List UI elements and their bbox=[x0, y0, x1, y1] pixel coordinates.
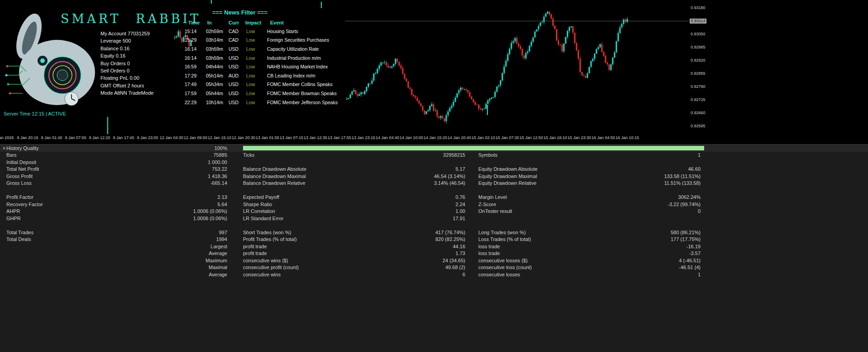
news-impact: Low bbox=[243, 73, 264, 78]
results-value: 1 418.36 bbox=[142, 174, 227, 179]
results-value: 1.73 bbox=[376, 251, 465, 256]
news-filter-rows: 15:1402h59mCADLowHousing Starts15:2903h1… bbox=[183, 27, 333, 106]
results-row: Largestprofit trade44.16loss trade-16.19 bbox=[0, 243, 868, 250]
news-column-header: Impact bbox=[243, 20, 264, 25]
results-label: Profit Factor bbox=[6, 194, 142, 200]
results-value: -665.14 bbox=[142, 180, 227, 186]
results-label: Equity Drawdown Maximal bbox=[465, 174, 610, 179]
results-row: Maximumconsecutive wins ($)24 (34.65)con… bbox=[0, 257, 868, 264]
news-filter-panel: === News Filter === TimeInCurrImpactEven… bbox=[183, 9, 333, 106]
results-label: consecutive loss (count) bbox=[465, 265, 610, 270]
results-label: Long Trades (won %) bbox=[465, 230, 610, 235]
news-time: 17:59 bbox=[183, 91, 204, 96]
time-axis-label: 15 Jan 18:10 bbox=[544, 135, 567, 140]
results-label: Gross Profit bbox=[6, 174, 142, 179]
time-axis-label: 14 Jan 10:00 bbox=[400, 135, 423, 140]
chart-artifact bbox=[211, 0, 212, 4]
results-label: LR Standard Error bbox=[227, 216, 376, 221]
price-axis-label: 0.92595 bbox=[691, 124, 706, 128]
results-value: 5.17 bbox=[376, 166, 465, 172]
account-info-line: My Account 77031259 bbox=[100, 30, 153, 37]
results-value: 24 (34.65) bbox=[376, 258, 465, 263]
price-axis-label: 0.92920 bbox=[691, 58, 706, 63]
results-value: 133.58 (11.51%) bbox=[610, 174, 701, 179]
results-value: 44.16 bbox=[376, 244, 465, 249]
results-value: 0.76 bbox=[376, 194, 465, 200]
price-axis-label: 0.92660 bbox=[691, 111, 706, 115]
news-countdown: 03h14m bbox=[204, 37, 226, 43]
news-impact: Low bbox=[243, 29, 264, 34]
time-axis-label: 16 Jan 10:15 bbox=[615, 135, 639, 140]
time-axis-label: 12 Jan 09:50 bbox=[184, 135, 207, 140]
current-price-tag: 0.93114 bbox=[690, 19, 706, 24]
news-impact: Low bbox=[243, 55, 264, 61]
close-icon[interactable]: × bbox=[1, 145, 7, 151]
results-row: Total Deals1994Profit Trades (% of total… bbox=[0, 236, 868, 243]
results-label: Total Deals bbox=[6, 236, 142, 242]
results-label: LR Correlation bbox=[227, 208, 376, 214]
results-value: 32958215 bbox=[376, 152, 465, 158]
news-impact: Low bbox=[243, 46, 264, 52]
results-value: 1 bbox=[610, 272, 701, 277]
news-currency: USD bbox=[226, 46, 243, 52]
results-label: consecutive wins ($) bbox=[227, 258, 376, 263]
news-time: 22:29 bbox=[183, 100, 204, 105]
results-value: 46.60 bbox=[610, 166, 701, 172]
price-axis-label: 0.92855 bbox=[691, 71, 706, 76]
time-axis-label: 14 Jan 04:40 bbox=[376, 135, 399, 140]
results-row: Averageprofit trade1.73loss trade-3.57 bbox=[0, 250, 868, 257]
news-event: FOMC Member Bowman Speaks bbox=[264, 91, 337, 96]
results-value: 5.64 bbox=[142, 202, 227, 207]
news-currency: USD bbox=[226, 91, 243, 96]
results-label: Recovery Factor bbox=[6, 202, 142, 207]
results-label: Total Trades bbox=[6, 230, 142, 235]
news-countdown: 04h44m bbox=[204, 64, 226, 69]
news-event: NAHB Housing Market Index bbox=[264, 64, 333, 69]
results-value: 4 (-46.51) bbox=[610, 258, 701, 263]
news-currency: CAD bbox=[226, 37, 243, 43]
results-label: Balance Drawdown Maximal bbox=[227, 174, 376, 179]
results-label: Expected Payoff bbox=[227, 194, 376, 200]
results-value: 3062.24% bbox=[610, 194, 701, 200]
results-label: Loss Trades (% of total) bbox=[465, 236, 610, 242]
news-filter-title: === News Filter === bbox=[183, 9, 297, 16]
results-label: profit trade bbox=[227, 251, 376, 256]
results-label: Short Trades (won %) bbox=[227, 230, 376, 235]
news-currency: USD bbox=[226, 82, 243, 87]
news-currency: USD bbox=[226, 100, 243, 105]
results-label: Balance Drawdown Absolute bbox=[227, 166, 376, 172]
news-countdown: 05h34m bbox=[204, 82, 226, 87]
results-value: 997 bbox=[142, 230, 227, 235]
results-row: GHPR1.0006 (0.06%)LR Standard Error17.91 bbox=[0, 215, 868, 222]
results-label: profit trade bbox=[227, 244, 376, 249]
results-label: loss trade bbox=[465, 251, 610, 256]
news-currency: CAD bbox=[226, 29, 243, 34]
results-value: 2.24 bbox=[376, 202, 465, 207]
results-label: GHPR bbox=[6, 216, 142, 221]
news-row: 16:1403h59mUSDLowCapacity Utilization Ra… bbox=[183, 44, 333, 53]
news-column-header: Time bbox=[183, 20, 204, 25]
news-time: 16:59 bbox=[183, 64, 204, 69]
price-axis-label: 0.92985 bbox=[691, 45, 706, 49]
time-axis-label: 14 Jan 15:20 bbox=[424, 135, 447, 140]
news-countdown: 10h14m bbox=[204, 100, 226, 105]
results-rows: Bars75885Ticks32958215Symbols1Initial De… bbox=[0, 152, 868, 278]
news-impact: Low bbox=[243, 91, 264, 96]
news-countdown: 03h59m bbox=[204, 46, 226, 52]
price-axis-label: 0.92725 bbox=[691, 97, 706, 102]
results-value: 1.0006 (0.06%) bbox=[142, 208, 227, 214]
time-axis-label: 15 Jan 07:30 bbox=[496, 135, 519, 140]
time-axis-label: 13 Jan 17:55 bbox=[328, 135, 351, 140]
account-info-line: Sell Orders 0 bbox=[100, 67, 153, 74]
results-label: Equity Drawdown Relative bbox=[465, 180, 610, 186]
history-quality-label: History Quality bbox=[6, 145, 142, 151]
time-axis-label: 16 Jan 04:55 bbox=[591, 135, 615, 140]
price-axis: 0.93114 0.931800.930500.929850.929200.92… bbox=[690, 0, 717, 136]
chart-section: SMART RABBIT My Account 77031259Leverage… bbox=[0, 0, 868, 144]
results-row: Averageconsecutive wins6consecutive loss… bbox=[0, 271, 868, 278]
news-row: 16:1403h59mUSDLowIndustrial Production m… bbox=[183, 53, 333, 63]
account-info-panel: My Account 77031259Leverage 500Balance 0… bbox=[100, 30, 153, 97]
news-column-header: In bbox=[204, 20, 226, 25]
results-label: Initial Deposit bbox=[6, 159, 142, 165]
results-value: Average bbox=[142, 251, 227, 256]
